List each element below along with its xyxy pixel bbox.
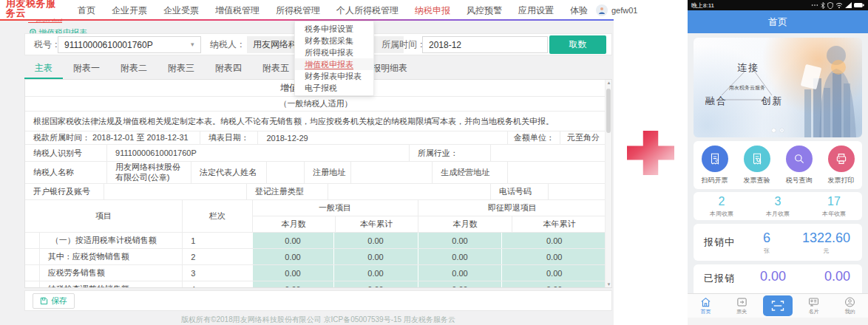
caret-down-icon[interactable]: ▾ [191, 41, 194, 48]
tab-home[interactable]: 首页 [688, 294, 724, 318]
menu-item-vat[interactable]: 增值税管理 [207, 4, 268, 17]
menu-item-settings[interactable]: 应用设置 [510, 4, 562, 17]
dropdown-item-filing-settings[interactable]: 税务申报设置 [295, 23, 373, 35]
row-label: 纳税检查调整的销售额 [40, 281, 183, 288]
bank-label: 开户银行及账号 [25, 184, 104, 199]
taxpayer-label: 纳税人： [210, 34, 245, 55]
tab-schedule-3[interactable]: 附表三 [157, 59, 205, 79]
carousel-dot[interactable] [780, 129, 784, 132]
taxpayer-name-label: 纳税人名称 [25, 162, 106, 183]
refund-month-label: 本月数 [418, 216, 512, 232]
menu-item-receiving[interactable]: 企业受票 [155, 4, 207, 17]
table-row: 应税劳务销售额 3 0.00 0.00 0.00 0.00 [25, 265, 606, 281]
tab-schedule-1[interactable]: 附表一 [63, 59, 110, 79]
info-row-bank: 开户银行及账号 登记注册类型 电话号码 [25, 184, 606, 200]
phone-label: 电话号码 [490, 184, 549, 199]
feature-label: 发票查验 [744, 176, 770, 185]
biz-addr-label: 生成经营地址 [432, 162, 507, 183]
fill-date-value: 2018-12-29 [257, 131, 507, 144]
dropdown-item-finance-data[interactable]: 财务数据采集 [295, 35, 373, 47]
amount-unit: 元 [823, 247, 829, 255]
cell-general-year: 0.00 [333, 233, 418, 248]
menu-item-home[interactable]: 首页 [69, 4, 104, 17]
scroll-down-icon[interactable]: ▼ [606, 282, 611, 287]
tab-schedule-4[interactable]: 附表四 [205, 59, 252, 79]
tab-business-card[interactable]: 名片 [796, 294, 832, 318]
menu-item-tax-filing[interactable]: 纳税申报 [407, 4, 458, 17]
user-account[interactable]: gefw01 [596, 4, 637, 16]
menu-item-risk-alert[interactable]: 风控预警 [458, 4, 510, 17]
mobile-bottom-strip [688, 318, 868, 325]
scroll-up-icon[interactable]: ▲ [606, 81, 611, 85]
menu-item-income-tax[interactable]: 所得税管理 [268, 4, 328, 17]
reimbursing-card: 报销中 6 张 1322.60 元 [694, 224, 862, 261]
stat-month: 3 本月收票 [750, 195, 806, 218]
reimbursed-card: 已报销 0.00 0.00 [694, 264, 862, 297]
legal-rep-value [266, 162, 304, 183]
stat-value: 2 [719, 195, 725, 208]
taxpayer-id-value: 91110000610001760P [106, 145, 409, 161]
main-menu: 首页 企业开票 企业受票 增值税管理 所得税管理 个人所得税管理 纳税申报 风控… [69, 4, 596, 17]
row-label: 其中：应税货物销售额 [40, 249, 183, 264]
fetch-data-button[interactable]: 取数 [549, 35, 606, 54]
magnifier-icon [786, 146, 813, 172]
banner-text-connect: 连接 [737, 61, 759, 75]
tab-schedule-2[interactable]: 附表二 [110, 59, 157, 79]
stat-label: 本年收票 [822, 210, 846, 218]
status-time: 晚上8:11 [691, 1, 714, 10]
banner-text-fusion: 融合 [705, 95, 728, 108]
menu-item-experience[interactable]: 体验 [562, 4, 596, 17]
report-note: 根据国家税收法律法规及增值税相关规定制定本表。纳税人不论有无销售额，均应按税务机… [25, 112, 606, 131]
tax-period-label: 税款所属时间： [33, 132, 90, 143]
reg-type-label: 登记注册类型 [246, 184, 328, 199]
tab-wallet[interactable]: 票夹 [724, 294, 760, 318]
reimbursing-amount: 1322.60 元 [802, 230, 850, 255]
feature-invoice-check[interactable]: 发票查验 [736, 146, 778, 185]
cell-refund-year: 0.00 [501, 281, 606, 288]
mobile-app: 晚上8:11 首页 [688, 0, 868, 325]
tab-scan[interactable] [760, 294, 796, 318]
scan-button[interactable] [763, 295, 793, 316]
table-row: 其中：应税货物销售额 2 0.00 0.00 0.00 0.00 [25, 249, 606, 265]
cell-general-year: 0.00 [333, 265, 418, 281]
feature-invoice-print[interactable]: 发票打印 [820, 146, 862, 185]
tab-main-sheet[interactable]: 主表 [24, 59, 63, 79]
save-bar: 保存 [24, 290, 612, 311]
dropdown-item-e-filing[interactable]: 电子报税 [295, 82, 373, 94]
row-number: 4 [182, 281, 251, 288]
tab-schedule-5[interactable]: 附表五 [252, 59, 299, 79]
fill-date-label: 填表日期： [200, 131, 258, 144]
group-refund-label: 即征即退项目 [418, 200, 606, 216]
feature-scan-invoice[interactable]: 扫码开票 [694, 146, 736, 185]
cell-general-month: 0.00 [252, 233, 333, 248]
save-button[interactable]: 保存 [33, 293, 75, 309]
info-row-taxpayer-name: 纳税人名称 用友网络科技股份有限公司(公章) 法定代表人姓名 注册地址 生成经营… [25, 162, 606, 184]
table-scrollbar[interactable]: ▲ ▼ [605, 80, 611, 287]
feature-tax-no-query[interactable]: 税号查询 [778, 146, 820, 185]
dropdown-item-income-tax-return[interactable]: 所得税申报表 [295, 47, 373, 58]
reimbursed-value-1: 0.00 [760, 269, 786, 284]
refund-year-label: 本年累计 [512, 216, 606, 232]
industry-value [490, 145, 606, 161]
menu-item-invoicing[interactable]: 企业开票 [104, 4, 155, 17]
save-button-label: 保存 [51, 295, 67, 307]
tax-no-select[interactable] [58, 36, 201, 53]
logo-text: 用友税务服务云 [6, 0, 62, 18]
save-floppy-icon [40, 297, 48, 305]
cell-refund-year: 0.00 [501, 249, 606, 264]
menu-item-personal-tax[interactable]: 个人所得税管理 [328, 4, 407, 17]
banner-carousel[interactable]: 连接 用友税务云服务 融合 创新 [694, 38, 862, 137]
scan-icon [771, 300, 784, 312]
dropdown-item-financial-statements[interactable]: 财务报表申报表 [295, 70, 373, 82]
carousel-dot-active[interactable] [772, 129, 776, 132]
feature-label: 税号查询 [786, 176, 813, 185]
carousel-dots [694, 129, 862, 132]
tab-mine[interactable]: 我的 [832, 294, 868, 318]
avatar [596, 4, 608, 16]
banner-text-innovation: 创新 [761, 95, 783, 108]
scrollbar-thumb[interactable] [606, 89, 611, 133]
header-group-general: 一般项目 本月数 本年累计 [252, 200, 418, 232]
period-input[interactable] [422, 36, 548, 53]
cell-refund-month: 0.00 [418, 249, 502, 264]
dropdown-item-vat-return[interactable]: 增值税申报表 [295, 58, 373, 70]
